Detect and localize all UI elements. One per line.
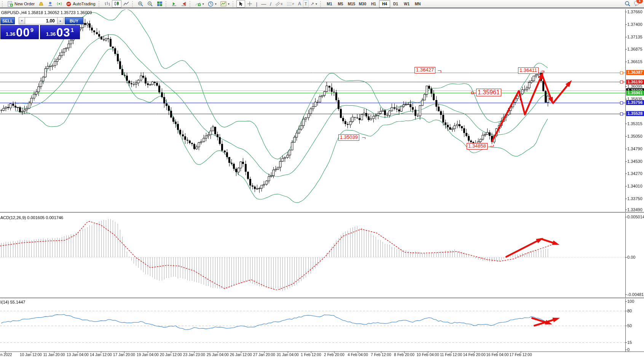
hline-icon: — [261, 1, 266, 7]
templates-button[interactable]: ▾ [218, 0, 231, 8]
price-axis-label: 1.34010 [627, 184, 642, 188]
time-axis-label: 23 Jan 23:00 [183, 353, 205, 357]
trendline-tool-button[interactable]: / [268, 0, 273, 8]
arrows-tool-button[interactable]: ↗ ▾ [309, 0, 319, 8]
timeframe-button-mn[interactable]: MN [412, 0, 423, 8]
new-order-button[interactable]: New Order [6, 0, 37, 8]
sell-price-box[interactable]: 1.36 00 9 [0, 25, 39, 39]
price-axis-label: 1.35315 [627, 121, 642, 126]
chart-shift-icon [181, 1, 187, 6]
annotation-label[interactable]: 1.36411 [518, 67, 539, 74]
timeframe-button-h4[interactable]: H4 [379, 0, 390, 8]
styler-button[interactable] [37, 0, 46, 8]
volume-input[interactable]: 1.00 [25, 17, 57, 24]
price-axis-label: 1.34530 [627, 159, 642, 164]
timeframe-button-h1[interactable]: H1 [368, 0, 379, 8]
timeframe-button-w1[interactable]: W1 [401, 0, 412, 8]
time-axis-label: 20 Jan 12:00 [160, 353, 182, 357]
annotation-label[interactable]: 1.34858 [467, 143, 488, 150]
time-axis-label: 25 Jan 04:00 [207, 353, 229, 357]
volume-down-button[interactable]: ▼ [19, 17, 25, 24]
signals-button[interactable] [55, 0, 64, 8]
cursor-tool-button[interactable] [236, 0, 245, 8]
rsi-axis-label: 100 [627, 299, 634, 304]
time-axis-label: 4 Feb 04:00 [348, 353, 368, 357]
zoom-out-button[interactable] [145, 0, 155, 8]
timeframe-button-m30[interactable]: M30 [357, 0, 368, 8]
mt4-window: New Order AutoTrading [0, 0, 644, 358]
dropdown-caret-icon: ▾ [316, 2, 317, 6]
price-axis-label: 1.33750 [627, 196, 642, 201]
annotation-label[interactable]: 1.36427 [414, 67, 435, 73]
candlestick-chart-button[interactable] [112, 0, 121, 8]
macd-axis-label: 0.00 [627, 255, 635, 259]
label-tool-icon: T [304, 2, 307, 6]
time-axis-label: 7 Feb 12:00 [371, 353, 391, 357]
buy-price-pip: 1 [71, 27, 74, 33]
candlestick-chart-icon [114, 1, 120, 6]
zoom-in-button[interactable] [136, 0, 145, 8]
price-axis-label: 1.37660 [627, 10, 642, 14]
vline-tool-button[interactable]: | [254, 0, 259, 8]
autotrading-icon [66, 1, 72, 7]
rsi-axis-label: 0 [627, 347, 630, 352]
periods-button[interactable]: ▾ [206, 0, 218, 8]
autotrading-button[interactable]: AutoTrading [64, 0, 97, 8]
macd-header: ACD(12,26,9) 0.001605 0.001746 [0, 215, 63, 220]
volume-up-button[interactable]: ▲ [57, 17, 64, 24]
price-tag: 1.35756 [626, 100, 644, 105]
macd-axis-label: 0.005014 [627, 215, 644, 219]
cursor-icon [238, 1, 243, 6]
market-watch-icon [48, 1, 53, 6]
time-axis-label: 10 Feb 04:00 [417, 353, 439, 357]
indicators-icon [195, 1, 201, 6]
tile-windows-button[interactable] [155, 0, 164, 8]
buy-price-box[interactable]: 1.36 03 1 [40, 25, 80, 39]
buy-price-small: 1.36 [46, 31, 56, 37]
channel-tool-button[interactable]: E [273, 0, 285, 8]
line-chart-button[interactable] [121, 0, 131, 8]
search-icon[interactable] [625, 1, 631, 7]
sell-price-pip: 9 [30, 27, 33, 33]
price-axis-label: 1.36875 [627, 47, 642, 51]
text-tool-button[interactable]: A [296, 0, 303, 8]
timeframe-button-d1[interactable]: D1 [390, 0, 401, 8]
crosshair-tool-button[interactable] [245, 0, 254, 8]
time-axis-label: 2 Feb 20:00 [324, 353, 344, 357]
time-axis-label: 31 Jan 04:00 [277, 353, 299, 357]
market-watch-button[interactable] [46, 0, 55, 8]
auto-scroll-button[interactable] [169, 0, 179, 8]
notifications-button[interactable]: 1 [634, 0, 640, 8]
timeframe-button-m1[interactable]: M1 [324, 0, 335, 8]
rsi-axis-label: 50 [627, 323, 632, 328]
crosshair-icon [247, 1, 252, 6]
time-axis-label: 10 Jan 12:00 [20, 353, 42, 357]
bar-chart-button[interactable] [102, 0, 112, 8]
chart-shift-button[interactable] [179, 0, 188, 8]
new-order-icon [8, 1, 13, 7]
time-axis-label: 13 Jan 04:00 [67, 353, 89, 357]
annotation-label[interactable]: 1.35961 [476, 89, 501, 96]
annotation-label[interactable]: 1.35039 [338, 134, 359, 141]
chart-canvas[interactable] [0, 0, 644, 358]
time-axis-label: 19 Jan 04:00 [137, 353, 159, 357]
timeframe-button-m15[interactable]: M15 [346, 0, 357, 8]
label-tool-button[interactable]: T [303, 0, 309, 8]
price-axis-label: 1.37400 [627, 22, 642, 27]
hline-tool-button[interactable]: — [259, 0, 268, 8]
fibonacci-tool-button[interactable]: F [285, 0, 296, 8]
time-axis-label: n 2022 [0, 353, 12, 357]
sell-button[interactable]: SELL [0, 17, 15, 24]
timeframe-button-m5[interactable]: M5 [335, 0, 346, 8]
buy-price-big: 03 [56, 27, 70, 38]
styler-icon [38, 1, 44, 6]
dropdown-caret-icon: ▾ [215, 2, 217, 6]
sell-price-small: 1.36 [6, 31, 15, 37]
buy-button[interactable]: BUY [65, 17, 83, 24]
text-tool-icon: A [298, 1, 301, 6]
time-axis-label: 27 Jan 20:00 [253, 353, 275, 357]
new-order-label: New Order [14, 2, 35, 6]
toolbar: New Order AutoTrading [0, 0, 644, 8]
price-tag: 1.36387 [626, 70, 644, 75]
indicators-button[interactable]: ▾ [193, 0, 206, 8]
